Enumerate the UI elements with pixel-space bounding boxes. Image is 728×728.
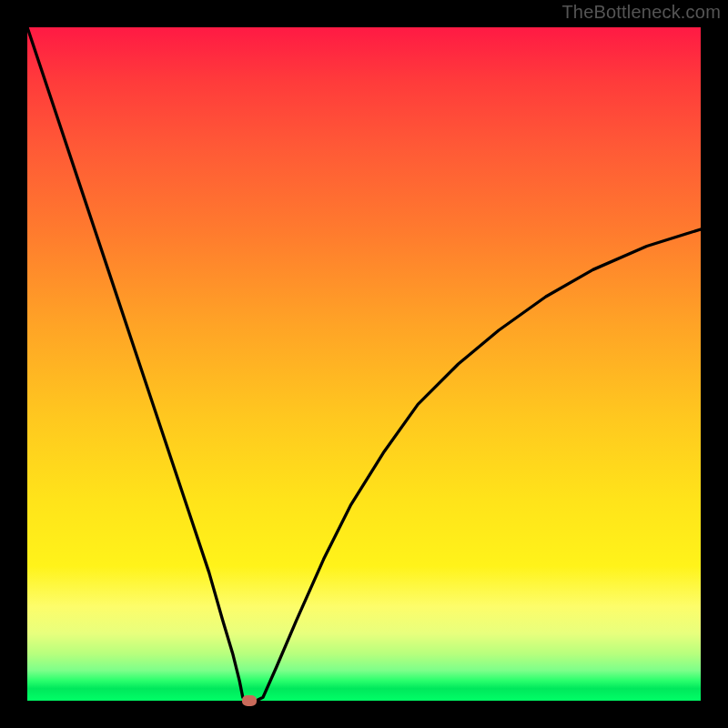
chart-frame: TheBottleneck.com [0,0,728,728]
plot-area [27,27,701,701]
bottleneck-curve [27,27,701,701]
watermark-label: TheBottleneck.com [561,2,721,23]
optimal-point-marker [242,695,257,706]
curve-path [27,27,701,701]
